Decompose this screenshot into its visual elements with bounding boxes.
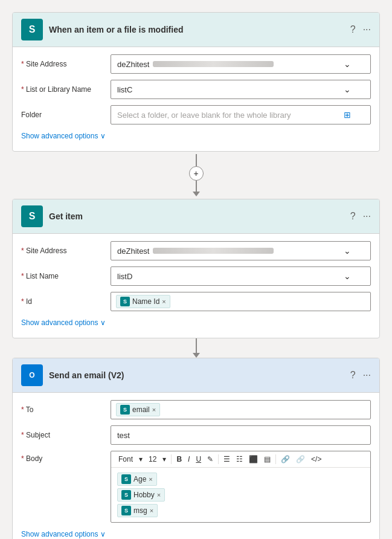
list-name-dropdown[interactable]: listC <box>111 80 371 99</box>
ordered-list-button[interactable]: ☷ <box>234 454 245 465</box>
get-item-list-text: listD <box>117 272 132 281</box>
get-item-more-icon[interactable]: ··· <box>363 211 371 222</box>
underline-button[interactable]: U <box>193 454 204 465</box>
email-body-value: Font ▾ 12 ▾ B I U ✎ ☰ ☷ ⬛ <box>111 451 371 523</box>
italic-button[interactable]: I <box>185 454 192 465</box>
email-header-actions: ? ··· <box>350 370 371 381</box>
connector-1-plus[interactable]: + <box>189 166 204 181</box>
toolbar-sep-1 <box>171 454 172 464</box>
get-item-site-dropdown[interactable]: deZhitest <box>111 241 371 260</box>
align-right-button[interactable]: ▤ <box>262 454 273 465</box>
hobby-tag: S Hobby × <box>117 488 165 502</box>
unlink-button[interactable]: 🔗 <box>294 454 307 465</box>
email-body-row: * Body Font ▾ 12 ▾ B I U ✎ <box>21 451 371 523</box>
email-to-row: * To S email × <box>21 400 371 419</box>
age-tag-close[interactable]: × <box>149 476 152 483</box>
email-more-icon[interactable]: ··· <box>363 370 371 381</box>
trigger-header-actions: ? ··· <box>350 24 371 35</box>
email-to-field[interactable]: S email × <box>111 400 371 419</box>
get-item-site-blurred <box>153 248 274 254</box>
email-card-body: * To S email × * Subject <box>13 393 379 539</box>
toolbar-sep-3 <box>275 454 276 464</box>
unordered-list-button[interactable]: ☰ <box>221 454 233 465</box>
email-tag-icon: S <box>120 405 130 415</box>
hobby-tag-text: Hobby <box>133 491 155 499</box>
get-item-advanced-options[interactable]: Show advanced options ∨ <box>21 317 371 328</box>
age-tag: S Age × <box>117 473 157 486</box>
msg-tag: S msg × <box>117 504 158 517</box>
site-address-arrow <box>344 59 351 69</box>
align-left-button[interactable]: ⬛ <box>246 454 260 465</box>
trigger-card: S When an item or a file is modified ? ·… <box>12 12 380 152</box>
get-item-id-field[interactable]: S Name Id × <box>111 292 371 311</box>
get-item-site-address-row: * Site Address deZhitest <box>21 241 371 260</box>
get-item-card: S Get item ? ··· * Site Address deZhites… <box>12 199 380 338</box>
email-help-icon[interactable]: ? <box>350 370 356 381</box>
site-address-dropdown[interactable]: deZhitest <box>111 54 371 74</box>
email-subject-field[interactable]: test <box>111 425 371 445</box>
connector-1-arrow <box>193 192 200 196</box>
folder-field[interactable]: Select a folder, or leave blank for the … <box>111 105 371 124</box>
flow-container: S When an item or a file is modified ? ·… <box>12 12 380 539</box>
link-button[interactable]: 🔗 <box>278 454 292 465</box>
get-item-id-value: S Name Id × <box>111 292 371 311</box>
connector-2-arrow <box>193 353 200 358</box>
list-name-text: listC <box>117 85 132 94</box>
trigger-help-icon[interactable]: ? <box>350 24 356 35</box>
hobby-tag-close[interactable]: × <box>157 492 161 499</box>
list-name-value: listC <box>111 80 371 99</box>
toolbar-sep-2 <box>218 454 219 464</box>
list-name-label: * List or Library Name <box>21 85 106 94</box>
list-name-arrow <box>344 85 351 94</box>
connector-2 <box>193 338 200 358</box>
name-id-tag-close[interactable]: × <box>162 299 165 305</box>
get-item-help-icon[interactable]: ? <box>350 211 356 222</box>
email-card-title: Send an email (V2) <box>49 370 344 380</box>
age-tag-text: Age <box>133 475 146 483</box>
trigger-advanced-chevron: ∨ <box>100 132 106 140</box>
site-address-value: deZhitest <box>111 54 371 74</box>
email-tag: S email × <box>116 403 160 416</box>
font-size-chevron[interactable]: ▾ <box>160 454 169 465</box>
get-item-site-label: * Site Address <box>21 247 106 255</box>
age-tag-icon: S <box>121 474 131 484</box>
font-selector[interactable]: Font <box>116 454 135 465</box>
email-advanced-chevron: ∨ <box>100 530 106 538</box>
trigger-advanced-options[interactable]: Show advanced options ∨ <box>21 131 371 141</box>
email-tag-close[interactable]: × <box>152 407 156 413</box>
pencil-button[interactable]: ✎ <box>205 454 216 465</box>
get-item-header-actions: ? ··· <box>350 211 371 222</box>
trigger-card-title: When an item or a file is modified <box>49 25 344 34</box>
folder-value: Select a folder, or leave blank for the … <box>111 105 371 124</box>
email-subject-label: * Subject <box>21 431 106 439</box>
get-item-site-name: deZhitest <box>117 247 149 256</box>
get-item-site-arrow <box>344 246 351 256</box>
get-item-list-arrow <box>344 271 351 281</box>
folder-icon: ⊞ <box>344 110 351 120</box>
msg-tag-close[interactable]: × <box>150 508 153 514</box>
get-item-advanced-chevron: ∨ <box>100 318 106 327</box>
email-body-editor[interactable]: Font ▾ 12 ▾ B I U ✎ ☰ ☷ ⬛ <box>111 451 371 523</box>
font-size[interactable]: 12 <box>146 454 159 465</box>
email-body-label: * Body <box>21 451 106 463</box>
name-id-tag-icon: S <box>120 297 130 306</box>
trigger-more-icon[interactable]: ··· <box>363 24 371 35</box>
outlook-icon: O <box>21 364 43 386</box>
email-body-content[interactable]: S Age × S Hobby × S <box>111 468 370 522</box>
get-item-header: S Get item ? ··· <box>13 199 379 234</box>
email-to-label: * To <box>21 405 106 414</box>
get-item-list-value: listD <box>111 266 371 286</box>
list-name-row: * List or Library Name listC <box>21 80 371 99</box>
code-button[interactable]: </> <box>309 454 324 465</box>
email-subject-row: * Subject test <box>21 425 371 445</box>
bold-button[interactable]: B <box>174 454 184 465</box>
get-item-id-row: * Id S Name Id × <box>21 292 371 311</box>
email-card-header: O Send an email (V2) ? ··· <box>13 358 379 393</box>
site-address-blurred <box>153 61 274 67</box>
trigger-card-body: * Site Address deZhitest * List or Libra… <box>13 47 379 151</box>
site-address-name: deZhitest <box>117 60 149 69</box>
folder-placeholder: Select a folder, or leave blank for the … <box>117 111 291 120</box>
get-item-list-dropdown[interactable]: listD <box>111 266 371 286</box>
email-advanced-options[interactable]: Show advanced options ∨ <box>21 529 371 539</box>
toolbar-chevron[interactable]: ▾ <box>137 454 145 465</box>
